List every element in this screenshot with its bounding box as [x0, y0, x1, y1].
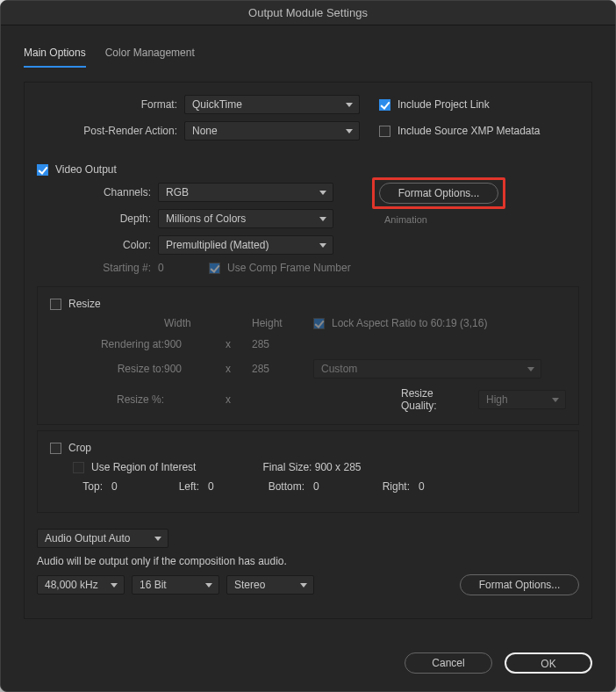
tab-color-management[interactable]: Color Management: [105, 43, 195, 68]
use-roi-label: Use Region of Interest: [91, 461, 196, 473]
resize-section: Resize Width Height Lock Aspect Ratio to…: [37, 286, 579, 425]
video-format-options-button[interactable]: Format Options...: [379, 183, 498, 204]
audio-note: Audio will be output only if the composi…: [37, 555, 287, 567]
use-comp-frame-label: Use Comp Frame Number: [227, 262, 351, 274]
audio-output-value: Audio Output Auto: [45, 532, 130, 544]
use-comp-frame-checkbox: [209, 263, 220, 274]
crop-checkbox[interactable]: [50, 443, 61, 454]
resize-pct-label: Resize %:: [50, 393, 164, 406]
ok-button[interactable]: OK: [505, 652, 592, 674]
resize-checkbox[interactable]: [50, 299, 61, 310]
format-value: QuickTime: [192, 98, 242, 111]
post-render-select[interactable]: None: [184, 121, 360, 141]
final-size: Final Size: 900 x 285: [262, 461, 361, 473]
resize-quality-select: High: [478, 390, 566, 409]
crop-left-label: Left:: [129, 480, 199, 493]
tab-main-options[interactable]: Main Options: [24, 43, 86, 68]
settings-panel: Format: QuickTime Include Project Link P…: [24, 82, 592, 619]
x3: x: [226, 393, 252, 406]
crop-left-value: 0: [199, 480, 226, 493]
crop-top-label: Top:: [59, 480, 103, 493]
audio-bit-select[interactable]: 16 Bit: [132, 575, 219, 595]
content: Main Options Color Management Format: Qu…: [1, 25, 615, 691]
window-title: Output Module Settings: [1, 1, 615, 25]
cancel-button[interactable]: Cancel: [405, 652, 492, 674]
video-output-checkbox[interactable]: [37, 164, 48, 176]
post-render-value: None: [192, 125, 218, 137]
crop-section: Crop Use Region of Interest Final Size: …: [37, 430, 579, 513]
rendering-height: 285: [252, 338, 313, 350]
rendering-width: 900: [164, 338, 226, 350]
crop-bottom-label: Bottom:: [226, 480, 304, 493]
resize-preset-value: Custom: [321, 363, 357, 375]
audio-rate-select[interactable]: 48,000 kHz: [37, 575, 125, 595]
depth-value: Millions of Colors: [166, 213, 246, 225]
resize-to-width: 900: [164, 363, 226, 375]
audio-rate-value: 48,000 kHz: [45, 579, 98, 591]
resize-quality-label: Resize Quality:: [401, 387, 469, 412]
audio-channel-select[interactable]: Stereo: [226, 575, 314, 595]
starting-value: 0: [158, 262, 202, 274]
rendering-at-label: Rendering at:: [50, 338, 164, 350]
output-module-settings-window: Output Module Settings Main Options Colo…: [0, 0, 616, 692]
x2: x: [226, 363, 252, 375]
resize-label: Resize: [68, 298, 101, 310]
color-label: Color:: [37, 239, 151, 251]
color-value: Premultiplied (Matted): [166, 239, 269, 251]
post-render-label: Post-Render Action:: [37, 125, 177, 137]
channels-select[interactable]: RGB: [158, 183, 333, 202]
crop-top-value: 0: [103, 480, 129, 493]
crop-bottom-value: 0: [304, 480, 331, 493]
lock-aspect-checkbox: [313, 318, 325, 329]
crop-label: Crop: [68, 442, 91, 454]
lock-aspect-label: Lock Aspect Ratio to 60:19 (3,16): [332, 317, 487, 329]
tabs: Main Options Color Management: [24, 41, 592, 75]
audio-channel-value: Stereo: [234, 579, 265, 591]
starting-label: Starting #:: [37, 262, 151, 274]
resize-height-header: Height: [252, 317, 313, 329]
resize-width-header: Width: [164, 317, 226, 329]
depth-label: Depth:: [37, 213, 151, 225]
resize-to-height: 285: [252, 363, 313, 375]
format-select[interactable]: QuickTime: [184, 95, 360, 114]
resize-preset-select: Custom: [313, 359, 541, 378]
audio-output-select[interactable]: Audio Output Auto: [37, 529, 168, 548]
video-output-label: Video Output: [55, 163, 117, 176]
audio-format-options-label: Format Options...: [479, 579, 561, 591]
channels-value: RGB: [166, 186, 189, 198]
codec-name: Animation: [379, 214, 579, 225]
channels-label: Channels:: [37, 186, 151, 198]
resize-quality-value: High: [486, 393, 508, 406]
audio-bit-value: 16 Bit: [140, 579, 167, 591]
include-xmp-checkbox[interactable]: [379, 126, 390, 137]
crop-right-label: Right:: [331, 480, 410, 493]
format-label: Format:: [37, 98, 177, 111]
color-select[interactable]: Premultiplied (Matted): [158, 235, 333, 255]
use-roi-checkbox: [73, 462, 84, 473]
cancel-label: Cancel: [432, 657, 464, 669]
dialog-footer: Cancel OK: [24, 631, 592, 674]
resize-to-label: Resize to:: [50, 363, 164, 375]
video-format-options-label: Format Options...: [398, 187, 480, 199]
x1: x: [226, 338, 252, 350]
depth-select[interactable]: Millions of Colors: [158, 209, 333, 228]
include-xmp-label: Include Source XMP Metadata: [398, 125, 541, 137]
include-project-link-label: Include Project Link: [398, 98, 490, 111]
ok-label: OK: [541, 658, 555, 670]
include-project-link-checkbox[interactable]: [379, 99, 390, 111]
crop-right-value: 0: [410, 480, 436, 493]
audio-format-options-button[interactable]: Format Options...: [460, 574, 579, 595]
